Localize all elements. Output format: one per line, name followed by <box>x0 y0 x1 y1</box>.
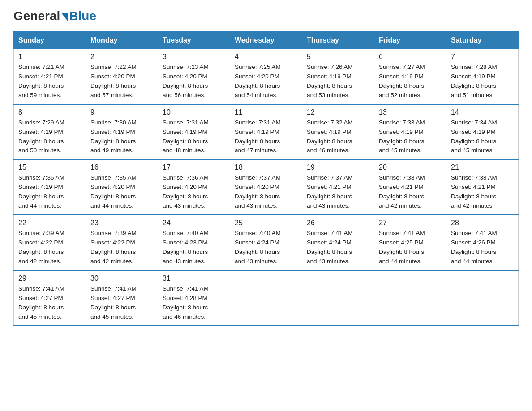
calendar-cell: 28Sunrise: 7:41 AMSunset: 4:26 PMDayligh… <box>446 215 519 270</box>
day-number: 10 <box>163 108 225 116</box>
day-number: 31 <box>163 274 225 283</box>
calendar-cell: 9Sunrise: 7:30 AMSunset: 4:19 PMDaylight… <box>86 104 158 160</box>
day-number: 1 <box>18 53 81 61</box>
day-info: Sunrise: 7:33 AMSunset: 4:19 PMDaylight:… <box>379 118 442 156</box>
calendar-table: SundayMondayTuesdayWednesdayThursdayFrid… <box>13 31 519 326</box>
day-number: 25 <box>235 219 297 227</box>
day-info: Sunrise: 7:30 AMSunset: 4:19 PMDaylight:… <box>90 118 153 156</box>
week-row-2: 8Sunrise: 7:29 AMSunset: 4:19 PMDaylight… <box>14 104 519 160</box>
day-number: 3 <box>163 53 225 61</box>
day-number: 24 <box>163 219 225 227</box>
day-info: Sunrise: 7:26 AMSunset: 4:19 PMDaylight:… <box>307 63 369 100</box>
week-row-1: 1Sunrise: 7:21 AMSunset: 4:21 PMDaylight… <box>14 49 519 104</box>
weekday-header-thursday: Thursday <box>302 32 374 49</box>
day-info: Sunrise: 7:41 AMSunset: 4:24 PMDaylight:… <box>307 229 369 266</box>
day-info: Sunrise: 7:25 AMSunset: 4:20 PMDaylight:… <box>235 63 297 100</box>
day-number: 22 <box>18 219 81 227</box>
day-info: Sunrise: 7:36 AMSunset: 4:20 PMDaylight:… <box>163 173 225 211</box>
day-info: Sunrise: 7:37 AMSunset: 4:21 PMDaylight:… <box>307 173 369 211</box>
calendar-cell <box>374 270 446 326</box>
calendar-cell: 2Sunrise: 7:22 AMSunset: 4:20 PMDaylight… <box>86 49 158 104</box>
day-info: Sunrise: 7:38 AMSunset: 4:21 PMDaylight:… <box>379 173 442 211</box>
logo: General Blue <box>13 9 96 23</box>
weekday-header-row: SundayMondayTuesdayWednesdayThursdayFrid… <box>14 32 519 49</box>
day-info: Sunrise: 7:35 AMSunset: 4:19 PMDaylight:… <box>18 173 81 211</box>
calendar-cell: 23Sunrise: 7:39 AMSunset: 4:22 PMDayligh… <box>86 215 158 270</box>
weekday-header-sunday: Sunday <box>14 32 86 49</box>
weekday-header-monday: Monday <box>86 32 158 49</box>
day-number: 15 <box>18 163 81 171</box>
day-info: Sunrise: 7:27 AMSunset: 4:19 PMDaylight:… <box>379 63 442 100</box>
day-info: Sunrise: 7:23 AMSunset: 4:20 PMDaylight:… <box>163 63 225 100</box>
calendar-cell: 18Sunrise: 7:37 AMSunset: 4:20 PMDayligh… <box>230 159 302 215</box>
day-number: 16 <box>90 163 153 171</box>
calendar-cell: 17Sunrise: 7:36 AMSunset: 4:20 PMDayligh… <box>158 159 230 215</box>
day-number: 9 <box>90 108 153 116</box>
calendar-cell: 15Sunrise: 7:35 AMSunset: 4:19 PMDayligh… <box>14 159 86 215</box>
calendar-cell: 25Sunrise: 7:40 AMSunset: 4:24 PMDayligh… <box>230 215 302 270</box>
calendar-cell: 4Sunrise: 7:25 AMSunset: 4:20 PMDaylight… <box>230 49 302 104</box>
calendar-cell: 13Sunrise: 7:33 AMSunset: 4:19 PMDayligh… <box>374 104 446 160</box>
day-number: 17 <box>163 163 225 171</box>
day-info: Sunrise: 7:22 AMSunset: 4:20 PMDaylight:… <box>90 63 153 100</box>
day-number: 26 <box>307 219 369 227</box>
calendar-cell: 31Sunrise: 7:41 AMSunset: 4:28 PMDayligh… <box>158 270 230 326</box>
logo-arrow-icon <box>61 13 68 21</box>
day-info: Sunrise: 7:41 AMSunset: 4:25 PMDaylight:… <box>379 229 442 266</box>
calendar-cell: 29Sunrise: 7:41 AMSunset: 4:27 PMDayligh… <box>14 270 86 326</box>
logo-blue-text: Blue <box>69 9 96 23</box>
day-number: 27 <box>379 219 442 227</box>
calendar-cell: 5Sunrise: 7:26 AMSunset: 4:19 PMDaylight… <box>302 49 374 104</box>
week-row-4: 22Sunrise: 7:39 AMSunset: 4:22 PMDayligh… <box>14 215 519 270</box>
day-info: Sunrise: 7:41 AMSunset: 4:26 PMDaylight:… <box>451 229 514 266</box>
calendar-cell <box>302 270 374 326</box>
day-number: 30 <box>90 274 153 283</box>
weekday-header-saturday: Saturday <box>446 32 519 49</box>
day-info: Sunrise: 7:31 AMSunset: 4:19 PMDaylight:… <box>163 118 225 156</box>
calendar-cell: 26Sunrise: 7:41 AMSunset: 4:24 PMDayligh… <box>302 215 374 270</box>
day-number: 7 <box>451 53 514 61</box>
weekday-header-tuesday: Tuesday <box>158 32 230 49</box>
day-number: 23 <box>90 219 153 227</box>
day-info: Sunrise: 7:37 AMSunset: 4:20 PMDaylight:… <box>235 173 297 211</box>
day-number: 18 <box>235 163 297 171</box>
day-info: Sunrise: 7:39 AMSunset: 4:22 PMDaylight:… <box>90 229 153 266</box>
day-info: Sunrise: 7:39 AMSunset: 4:22 PMDaylight:… <box>18 229 81 266</box>
day-number: 5 <box>307 53 369 61</box>
day-info: Sunrise: 7:40 AMSunset: 4:24 PMDaylight:… <box>235 229 297 266</box>
weekday-header-friday: Friday <box>374 32 446 49</box>
day-number: 8 <box>18 108 81 116</box>
calendar-cell: 24Sunrise: 7:40 AMSunset: 4:23 PMDayligh… <box>158 215 230 270</box>
day-number: 14 <box>451 108 514 116</box>
day-info: Sunrise: 7:41 AMSunset: 4:27 PMDaylight:… <box>18 284 81 322</box>
day-info: Sunrise: 7:41 AMSunset: 4:28 PMDaylight:… <box>163 284 225 322</box>
day-number: 2 <box>90 53 153 61</box>
weekday-header-wednesday: Wednesday <box>230 32 302 49</box>
day-number: 20 <box>379 163 442 171</box>
calendar-cell: 12Sunrise: 7:32 AMSunset: 4:19 PMDayligh… <box>302 104 374 160</box>
day-info: Sunrise: 7:38 AMSunset: 4:21 PMDaylight:… <box>451 173 514 211</box>
calendar-cell: 3Sunrise: 7:23 AMSunset: 4:20 PMDaylight… <box>158 49 230 104</box>
calendar-cell: 22Sunrise: 7:39 AMSunset: 4:22 PMDayligh… <box>14 215 86 270</box>
calendar-cell: 8Sunrise: 7:29 AMSunset: 4:19 PMDaylight… <box>14 104 86 160</box>
calendar-cell <box>446 270 519 326</box>
header: General Blue <box>13 9 519 23</box>
day-info: Sunrise: 7:40 AMSunset: 4:23 PMDaylight:… <box>163 229 225 266</box>
day-number: 4 <box>235 53 297 61</box>
day-number: 13 <box>379 108 442 116</box>
day-number: 6 <box>379 53 442 61</box>
calendar-cell: 16Sunrise: 7:35 AMSunset: 4:20 PMDayligh… <box>86 159 158 215</box>
calendar-cell: 20Sunrise: 7:38 AMSunset: 4:21 PMDayligh… <box>374 159 446 215</box>
day-info: Sunrise: 7:31 AMSunset: 4:19 PMDaylight:… <box>235 118 297 156</box>
calendar-cell: 11Sunrise: 7:31 AMSunset: 4:19 PMDayligh… <box>230 104 302 160</box>
day-info: Sunrise: 7:29 AMSunset: 4:19 PMDaylight:… <box>18 118 81 156</box>
calendar-cell: 27Sunrise: 7:41 AMSunset: 4:25 PMDayligh… <box>374 215 446 270</box>
logo-general-text: General <box>13 9 60 23</box>
week-row-3: 15Sunrise: 7:35 AMSunset: 4:19 PMDayligh… <box>14 159 519 215</box>
calendar-cell: 10Sunrise: 7:31 AMSunset: 4:19 PMDayligh… <box>158 104 230 160</box>
calendar-cell: 21Sunrise: 7:38 AMSunset: 4:21 PMDayligh… <box>446 159 519 215</box>
day-info: Sunrise: 7:28 AMSunset: 4:19 PMDaylight:… <box>451 63 514 100</box>
calendar-cell: 6Sunrise: 7:27 AMSunset: 4:19 PMDaylight… <box>374 49 446 104</box>
day-info: Sunrise: 7:41 AMSunset: 4:27 PMDaylight:… <box>90 284 153 322</box>
calendar-cell <box>230 270 302 326</box>
